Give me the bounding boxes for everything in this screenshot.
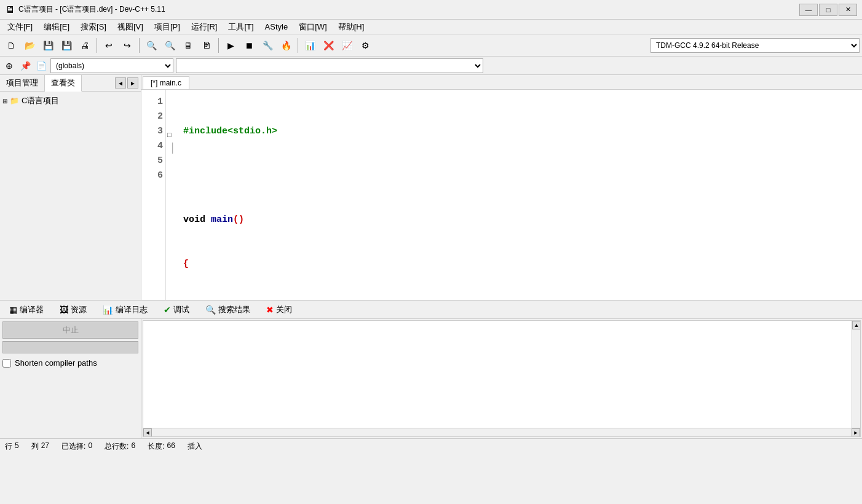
menu-file[interactable]: 文件[F] bbox=[2, 20, 38, 34]
code-line-1: #include<stdio.h> bbox=[183, 124, 862, 139]
bottom-left: 中止 Shorten compiler paths bbox=[0, 319, 141, 438]
folder-icon: 📁 bbox=[10, 96, 19, 105]
status-row: 行 5 bbox=[5, 441, 19, 452]
scroll-up-arrow[interactable]: ▲ bbox=[852, 321, 861, 329]
lines-value: 6 bbox=[131, 441, 135, 452]
tb-stop[interactable]: ⏹ bbox=[240, 37, 258, 54]
tb-compile[interactable]: 🖥 bbox=[180, 37, 197, 54]
tb-save[interactable]: 💾 bbox=[39, 37, 57, 54]
title-bar-left: 🖥 C语言项目 - [C语言项目.dev] - Dev-C++ 5.11 bbox=[5, 4, 165, 15]
tb-print[interactable]: 🖨 bbox=[76, 37, 93, 54]
bottom-panel: 中止 Shorten compiler paths ▲ ▼ ◄ ► bbox=[0, 318, 862, 438]
bottom-tab-compiler[interactable]: ▦ 编译器 bbox=[2, 302, 50, 318]
code-line-3: void main() bbox=[183, 213, 862, 227]
menu-run[interactable]: 运行[R] bbox=[186, 20, 223, 34]
tb-replace[interactable]: 🔍 bbox=[161, 37, 178, 54]
progress-bar bbox=[2, 341, 138, 353]
menu-project[interactable]: 项目[P] bbox=[149, 20, 185, 34]
menu-window[interactable]: 窗口[W] bbox=[294, 20, 332, 34]
title-bar-title: C语言项目 - [C语言项目.dev] - Dev-C++ 5.11 bbox=[18, 4, 165, 15]
class-select[interactable] bbox=[176, 58, 483, 73]
tb-undo[interactable]: ↩ bbox=[100, 37, 117, 54]
status-col: 列 27 bbox=[31, 441, 49, 452]
status-sel: 已选择: 0 bbox=[61, 441, 92, 452]
side-tab-project[interactable]: 项目管理 bbox=[0, 75, 45, 91]
minimize-button[interactable]: — bbox=[799, 4, 818, 16]
scroll-track-v[interactable] bbox=[852, 329, 860, 428]
sep3 bbox=[218, 38, 219, 53]
bottom-tab-compile-log[interactable]: 📊 编译日志 bbox=[96, 302, 154, 318]
marker-4: □ bbox=[167, 130, 176, 141]
debug-tab-icon: ✔ bbox=[164, 305, 171, 315]
col-value: 27 bbox=[41, 441, 49, 452]
tb2-btn2[interactable]: 📌 bbox=[18, 59, 32, 73]
menu-view[interactable]: 视图[V] bbox=[113, 20, 148, 34]
toolbar2: ⊕ 📌 📄 (globals) bbox=[0, 57, 862, 75]
len-value: 66 bbox=[167, 441, 175, 452]
scroll-right-arrow[interactable]: ► bbox=[852, 428, 860, 437]
menu-astyle[interactable]: AStyle bbox=[260, 21, 293, 33]
bottom-tabs-bar: ▦ 编译器 🖼 资源 📊 编译日志 ✔ 调试 🔍 搜索结果 ✖ 关闭 bbox=[0, 300, 862, 318]
side-tab-class[interactable]: 查看类 bbox=[45, 75, 82, 92]
compile-log-tab-icon: 📊 bbox=[103, 305, 113, 315]
shorten-checkbox[interactable] bbox=[2, 359, 11, 368]
tb-compile-run[interactable]: 🖹 bbox=[198, 37, 215, 54]
editor-tab-main[interactable]: [*] main.c bbox=[143, 76, 189, 89]
tb2-btn1[interactable]: ⊕ bbox=[2, 59, 16, 73]
compiler-select[interactable]: TDM-GCC 4.9.2 64-bit Release bbox=[650, 38, 860, 53]
bottom-tab-resources[interactable]: 🖼 资源 bbox=[53, 302, 93, 318]
marker-2 bbox=[167, 106, 176, 118]
bottom-right-panel[interactable]: ▲ ▼ ◄ ► bbox=[143, 320, 861, 437]
menu-help[interactable]: 帮助[H] bbox=[333, 20, 370, 34]
include-keyword: #include<stdio.h> bbox=[183, 126, 277, 136]
side-tabs: 项目管理 查看类 ◄ ► bbox=[0, 75, 141, 92]
tb-save-all[interactable]: 💾 bbox=[58, 37, 75, 54]
menu-search[interactable]: 搜索[S] bbox=[76, 20, 111, 34]
menu-tools[interactable]: 工具[T] bbox=[223, 20, 258, 34]
side-nav-next[interactable]: ► bbox=[127, 77, 138, 89]
tb-close[interactable]: ❌ bbox=[320, 37, 337, 54]
menu-edit[interactable]: 编辑[E] bbox=[39, 20, 74, 34]
globals-select[interactable]: (globals) bbox=[50, 58, 173, 73]
resources-tab-icon: 🖼 bbox=[60, 305, 68, 315]
tb-open[interactable]: 📂 bbox=[21, 37, 38, 54]
scroll-left-arrow[interactable]: ◄ bbox=[143, 428, 152, 437]
tb2-btn3[interactable]: 📄 bbox=[34, 59, 48, 73]
bottom-tab-search[interactable]: 🔍 搜索结果 bbox=[199, 302, 257, 318]
status-bar: 行 5 列 27 已选择: 0 总行数: 6 长度: 66 插入 bbox=[0, 438, 862, 454]
bottom-tab-debug[interactable]: ✔ 调试 bbox=[157, 302, 196, 318]
line-num-2: 2 bbox=[146, 109, 163, 124]
code-content[interactable]: #include<stdio.h> void main() { printf("… bbox=[177, 90, 862, 300]
tb-find[interactable]: 🔍 bbox=[143, 37, 160, 54]
maximize-button[interactable]: □ bbox=[819, 4, 837, 16]
search-tab-icon: 🔍 bbox=[205, 305, 216, 315]
line-numbers: 1 2 3 4 5 6 bbox=[141, 90, 166, 300]
title-bar-controls: — □ ✕ bbox=[799, 4, 857, 16]
toolbar: 🗋 📂 💾 💾 🖨 ↩ ↪ 🔍 🔍 🖥 🖹 ▶ ⏹ 🔧 🔥 📊 ❌ 📈 ⚙ TD… bbox=[0, 34, 862, 57]
tb-chart[interactable]: 📊 bbox=[301, 37, 318, 54]
code-editor[interactable]: 1 2 3 4 5 6 □ │ #include<stdio.h> void m… bbox=[141, 90, 862, 300]
tree-root[interactable]: ⊞ 📁 C语言项目 bbox=[2, 94, 138, 108]
tb-run[interactable]: ▶ bbox=[222, 37, 239, 54]
main-function: main bbox=[211, 215, 233, 225]
bottom-scrollbar-h[interactable]: ◄ ► bbox=[143, 428, 860, 436]
marker-6 bbox=[167, 157, 176, 168]
tb-redo[interactable]: ↪ bbox=[119, 37, 136, 54]
marker-3 bbox=[167, 118, 176, 130]
close-button[interactable]: ✕ bbox=[839, 4, 857, 16]
tb-options[interactable]: 📈 bbox=[338, 37, 355, 54]
row-value: 5 bbox=[15, 441, 19, 452]
side-nav-prev[interactable]: ◄ bbox=[115, 77, 126, 89]
tb-breakpoint[interactable]: 🔥 bbox=[277, 37, 295, 54]
tb-settings[interactable]: ⚙ bbox=[357, 37, 374, 54]
row-label: 行 bbox=[5, 441, 12, 452]
tb-new[interactable]: 🗋 bbox=[2, 37, 20, 54]
tb-debug[interactable]: 🔧 bbox=[259, 37, 276, 54]
stop-button[interactable]: 中止 bbox=[2, 321, 138, 339]
bottom-tab-close[interactable]: ✖ 关闭 bbox=[259, 302, 299, 318]
status-len: 长度: 66 bbox=[148, 441, 175, 452]
bottom-scrollbar-v[interactable]: ▲ ▼ bbox=[852, 321, 860, 436]
sep2 bbox=[139, 38, 140, 53]
code-line-4: { bbox=[183, 257, 862, 272]
code-line-2 bbox=[183, 168, 862, 183]
